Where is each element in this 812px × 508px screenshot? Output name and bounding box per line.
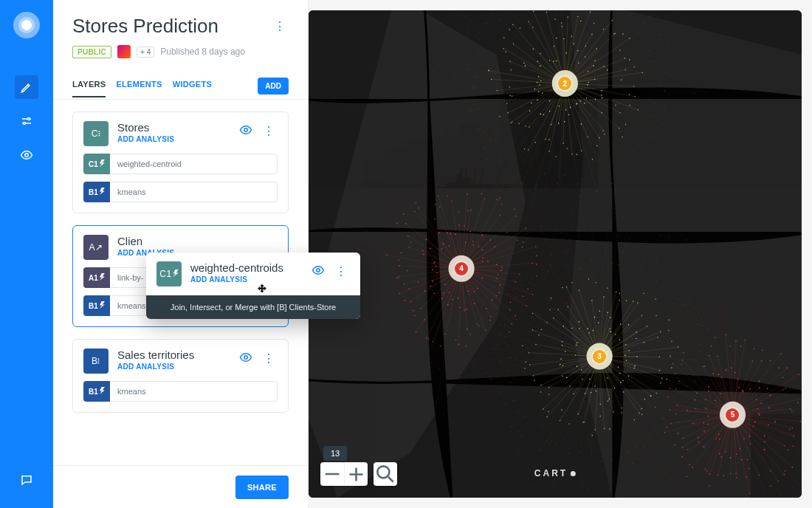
svg-point-926 — [550, 356, 551, 357]
layer-menu-button[interactable]: ⋮ — [332, 261, 350, 281]
add-analysis-link[interactable]: ADD ANALYSIS — [117, 363, 230, 371]
svg-point-124 — [567, 148, 568, 149]
svg-point-1377 — [504, 336, 506, 337]
svg-point-1085 — [593, 272, 594, 273]
svg-point-1353 — [519, 431, 520, 433]
visibility-badge[interactable]: PUBLIC — [72, 46, 111, 58]
avatar[interactable] — [117, 45, 131, 58]
svg-point-2131 — [777, 278, 778, 280]
svg-point-1392 — [531, 278, 532, 279]
map-pin[interactable]: 4 — [455, 262, 468, 275]
tab-elements[interactable]: ELEMENTS — [116, 80, 162, 97]
svg-point-172 — [520, 27, 521, 29]
svg-point-1395 — [547, 270, 548, 272]
title-menu-button[interactable]: ⋮ — [271, 16, 289, 36]
svg-point-1067 — [556, 190, 557, 192]
svg-point-983 — [332, 325, 334, 326]
svg-point-761 — [569, 297, 571, 298]
svg-point-2125 — [750, 286, 751, 288]
svg-point-1756 — [706, 470, 708, 472]
svg-point-1342 — [564, 439, 565, 441]
layer-menu-button[interactable]: ⋮ — [260, 121, 278, 141]
dragging-layer-card[interactable]: C1 weighted-centroids ADD ANALYSIS ⋮ Joi… — [146, 253, 360, 319]
svg-point-1215 — [568, 423, 570, 425]
nav-settings-button[interactable] — [15, 109, 38, 133]
svg-point-2113 — [687, 293, 689, 295]
collaborator-count[interactable]: + 4 — [137, 47, 154, 58]
svg-point-1587 — [629, 238, 630, 239]
svg-point-914 — [590, 306, 591, 308]
svg-point-1479 — [650, 471, 652, 473]
nav-chat-button[interactable] — [15, 468, 38, 492]
share-button[interactable]: SHARE — [235, 476, 289, 499]
svg-point-767 — [557, 315, 558, 317]
svg-point-1545 — [468, 309, 469, 311]
svg-point-544 — [684, 77, 686, 78]
svg-point-584 — [430, 286, 432, 287]
add-button[interactable]: ADD — [258, 78, 289, 95]
layer-card-sales[interactable]: B፧ Sales territories ADD ANALYSIS ⋮ B1 k… — [72, 339, 289, 413]
svg-point-241 — [612, 183, 613, 185]
svg-point-1605 — [693, 273, 695, 275]
svg-point-2104 — [655, 307, 656, 309]
tab-widgets[interactable]: WIDGETS — [173, 80, 212, 97]
svg-point-1837 — [791, 411, 793, 412]
svg-point-659 — [478, 326, 480, 327]
nav-preview-button[interactable] — [15, 143, 38, 167]
svg-point-1347 — [540, 450, 541, 451]
svg-point-1939 — [689, 322, 690, 323]
tab-layers[interactable]: LAYERS — [72, 80, 106, 97]
layer-chip: C1 — [156, 261, 182, 286]
analysis-row[interactable]: B1 kmeans — [83, 182, 278, 202]
svg-point-1198 — [621, 408, 622, 409]
svg-point-854 — [415, 191, 416, 193]
svg-point-1073 — [588, 213, 589, 214]
svg-point-424 — [498, 210, 500, 211]
svg-point-1431 — [678, 299, 679, 301]
layer-menu-button[interactable]: ⋮ — [260, 349, 278, 368]
svg-point-1004 — [333, 225, 334, 227]
plus-icon — [345, 463, 368, 486]
add-analysis-link[interactable]: ADD ANALYSIS — [190, 275, 303, 284]
svg-point-722 — [447, 195, 448, 196]
analysis-row[interactable]: C1 weighted-centroid — [83, 154, 278, 174]
map-pin[interactable]: 3 — [593, 350, 606, 363]
svg-point-620 — [472, 244, 474, 246]
zoom-out-button[interactable] — [320, 462, 344, 486]
zoom-in-button[interactable] — [344, 462, 368, 486]
svg-point-1131 — [560, 359, 562, 360]
layer-visibility-toggle[interactable] — [239, 351, 252, 367]
app-logo-icon[interactable] — [13, 12, 40, 38]
svg-point-1314 — [679, 431, 681, 433]
svg-point-1801 — [711, 346, 712, 347]
svg-point-707 — [396, 222, 398, 224]
svg-point-935 — [534, 386, 535, 388]
svg-point-224 — [653, 122, 654, 123]
svg-point-443 — [442, 131, 444, 133]
svg-point-1452 — [726, 383, 728, 385]
svg-point-1061 — [553, 155, 554, 157]
svg-point-1491 — [601, 479, 602, 481]
map-search-button[interactable] — [374, 462, 397, 486]
layer-visibility-toggle[interactable] — [239, 123, 252, 140]
svg-point-1909 — [627, 429, 628, 430]
svg-point-626 — [482, 250, 484, 251]
svg-point-1546 — [467, 303, 469, 304]
layer-visibility-toggle[interactable] — [312, 264, 325, 280]
svg-point-872 — [475, 180, 477, 182]
layer-card-stores[interactable]: C፧ Stores ADD ANALYSIS ⋮ C1 weighted-cen… — [72, 111, 289, 213]
svg-point-1578 — [585, 218, 587, 219]
svg-point-2128 — [762, 296, 763, 298]
add-analysis-link[interactable]: ADD ANALYSIS — [117, 135, 230, 143]
svg-point-863 — [444, 158, 446, 159]
svg-point-94 — [588, 82, 590, 83]
svg-point-899 — [550, 247, 551, 248]
svg-point-1381 — [516, 318, 517, 320]
svg-point-1816 — [762, 350, 763, 351]
chat-icon — [20, 473, 33, 487]
svg-point-1542 — [467, 329, 468, 331]
map[interactable]: 2435 CART 13 — [309, 10, 802, 498]
nav-edit-button[interactable] — [15, 75, 38, 99]
svg-point-1813 — [753, 349, 754, 350]
analysis-row[interactable]: B1 kmeans — [83, 381, 278, 402]
